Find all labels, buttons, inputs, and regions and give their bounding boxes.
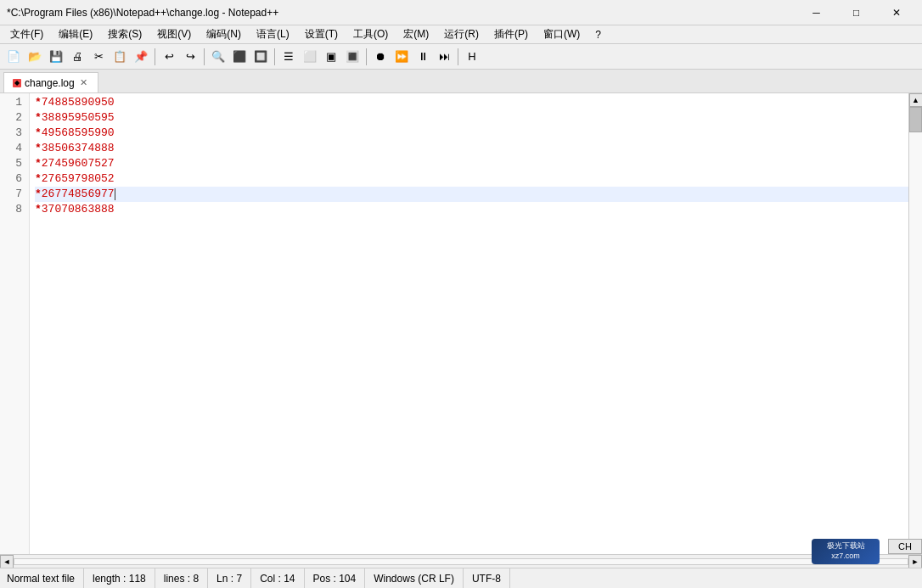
vertical-scrollbar[interactable]: ▲ ▼ (908, 93, 922, 554)
editor-container: 12345678 *74885890950*38895950595*495685… (0, 93, 922, 554)
text-cursor (115, 188, 115, 200)
hscroll-track[interactable] (14, 558, 908, 565)
toolbar-button[interactable]: ⬛ (229, 47, 250, 67)
code-content-6: 27659798052 (42, 171, 115, 187)
ch-button[interactable]: CH (888, 539, 922, 554)
toolbar-separator (458, 48, 458, 65)
toolbar-button[interactable]: ✂ (88, 47, 109, 67)
menu-item-s[interactable]: 搜索(S) (101, 25, 149, 43)
toolbar-button[interactable]: ↪ (180, 47, 200, 67)
toolbar-button[interactable]: ⏭ (434, 47, 454, 67)
scroll-right-button[interactable]: ► (908, 555, 922, 568)
scroll-track[interactable] (909, 107, 922, 540)
code-line-2[interactable]: *38895950595 (35, 110, 908, 126)
code-content-5: 27459607527 (42, 156, 115, 171)
code-content-7: 26774856977 (42, 187, 115, 202)
menu-item-t[interactable]: 设置(T) (298, 25, 345, 43)
window-title: *C:\Program Files (x86)\Notepad++\change… (7, 7, 278, 19)
scroll-up-button[interactable]: ▲ (909, 93, 923, 107)
line-numbers: 12345678 (0, 93, 30, 554)
scroll-left-button[interactable]: ◄ (0, 555, 14, 568)
asterisk-6: * (35, 171, 42, 187)
menu-item-[interactable]: ? (588, 27, 608, 42)
menu-item-e[interactable]: 编辑(E) (52, 25, 99, 43)
toolbar-button[interactable]: ⏸ (413, 47, 433, 67)
menu-item-r[interactable]: 运行(R) (437, 25, 486, 43)
pos-status: Pos : 104 (305, 568, 366, 588)
toolbar-button[interactable]: ☰ (278, 47, 299, 67)
toolbar-button[interactable]: 📄 (3, 47, 24, 67)
menu-item-o[interactable]: 工具(O) (346, 25, 395, 43)
tab-change-log[interactable]: ◆ change.log ✕ (3, 72, 98, 92)
menu-item-p[interactable]: 插件(P) (487, 25, 535, 43)
tab-bar: ◆ change.log ✕ (0, 70, 922, 93)
code-line-6[interactable]: *27659798052 (35, 171, 908, 187)
code-editor[interactable]: *74885890950*38895950595*49568595990*385… (30, 93, 908, 554)
ln-status: Ln : 7 (208, 568, 251, 588)
toolbar-button[interactable]: ⏺ (370, 47, 391, 67)
close-button[interactable]: ✕ (877, 4, 915, 21)
line-number-3: 3 (0, 126, 25, 141)
asterisk-4: * (35, 141, 42, 156)
toolbar-button[interactable]: 🔳 (342, 47, 363, 67)
toolbar-button[interactable]: 📌 (131, 47, 151, 67)
menu-item-m[interactable]: 宏(M) (396, 25, 436, 43)
toolbar: 📄📂💾🖨✂📋📌↩↪🔍⬛🔲☰⬜▣🔳⏺⏩⏸⏭H (0, 44, 922, 70)
menu-item-f[interactable]: 文件(F) (3, 25, 50, 43)
minimize-button[interactable]: ─ (797, 4, 835, 21)
watermark-text: 极光下载站xz7.com (827, 541, 865, 561)
toolbar-button[interactable]: 💾 (46, 47, 66, 67)
toolbar-separator (274, 48, 275, 65)
menu-bar: 文件(F)编辑(E)搜索(S)视图(V)编码(N)语言(L)设置(T)工具(O)… (0, 25, 922, 44)
toolbar-button[interactable]: ↩ (159, 47, 179, 67)
encoding-status: UTF-8 (464, 568, 510, 588)
code-line-5[interactable]: *27459607527 (35, 156, 908, 171)
tab-modified-icon: ◆ (13, 79, 21, 87)
asterisk-5: * (35, 156, 42, 171)
watermark: 极光下载站xz7.com (812, 539, 880, 564)
line-number-1: 1 (0, 95, 25, 110)
toolbar-button[interactable]: 🖨 (67, 47, 87, 67)
toolbar-button[interactable]: 🔍 (208, 47, 228, 67)
toolbar-button[interactable]: ⏩ (391, 47, 412, 67)
scroll-thumb[interactable] (909, 107, 922, 132)
horizontal-scrollbar[interactable]: ◄ ► (0, 554, 922, 568)
line-number-2: 2 (0, 110, 25, 126)
asterisk-3: * (35, 126, 42, 141)
menu-item-w[interactable]: 窗口(W) (537, 25, 587, 43)
toolbar-button[interactable]: 🔲 (250, 47, 271, 67)
line-number-8: 8 (0, 202, 25, 217)
asterisk-2: * (35, 110, 42, 126)
code-line-4[interactable]: *38506374888 (35, 141, 908, 156)
code-line-7[interactable]: *26774856977 (35, 187, 908, 202)
toolbar-button[interactable]: ▣ (321, 47, 341, 67)
tab-close-button[interactable]: ✕ (78, 77, 89, 88)
code-content-2: 38895950595 (42, 110, 115, 126)
file-type-status: Normal text file (7, 568, 84, 588)
toolbar-button[interactable]: H (462, 47, 482, 67)
asterisk-1: * (35, 95, 42, 110)
tab-label: change.log (25, 77, 75, 89)
code-line-1[interactable]: *74885890950 (35, 95, 908, 110)
line-number-4: 4 (0, 141, 25, 156)
window-controls: ─ □ ✕ (797, 4, 915, 21)
code-content-8: 37070863888 (42, 202, 115, 217)
toolbar-button[interactable]: ⬜ (300, 47, 320, 67)
line-number-5: 5 (0, 156, 25, 171)
menu-item-l[interactable]: 语言(L) (250, 25, 296, 43)
menu-item-v[interactable]: 视图(V) (150, 25, 198, 43)
code-line-3[interactable]: *49568595990 (35, 126, 908, 141)
toolbar-separator (204, 48, 205, 65)
toolbar-separator (366, 48, 367, 65)
line-number-7: 7 (0, 187, 25, 202)
line-ending-status: Windows (CR LF) (365, 568, 464, 588)
maximize-button[interactable]: □ (837, 4, 875, 21)
toolbar-button[interactable]: 📂 (25, 47, 45, 67)
lines-status: lines : 8 (155, 568, 208, 588)
toolbar-button[interactable]: 📋 (110, 47, 130, 67)
length-status: length : 118 (84, 568, 155, 588)
code-line-8[interactable]: *37070863888 (35, 202, 908, 217)
line-number-6: 6 (0, 171, 25, 187)
asterisk-7: * (35, 187, 42, 202)
menu-item-n[interactable]: 编码(N) (200, 25, 248, 43)
